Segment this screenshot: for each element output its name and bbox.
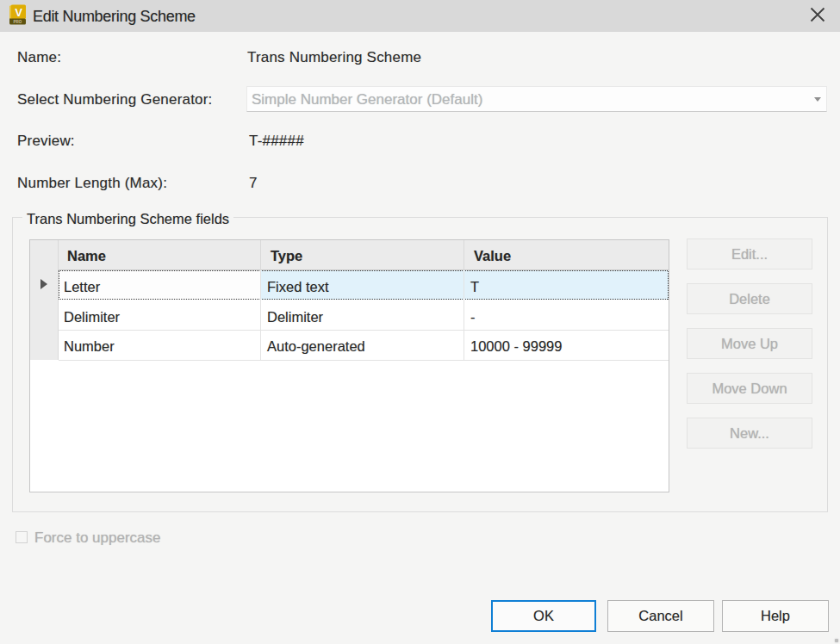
svg-text:PRO: PRO: [14, 20, 22, 24]
svg-text:V: V: [15, 6, 22, 19]
